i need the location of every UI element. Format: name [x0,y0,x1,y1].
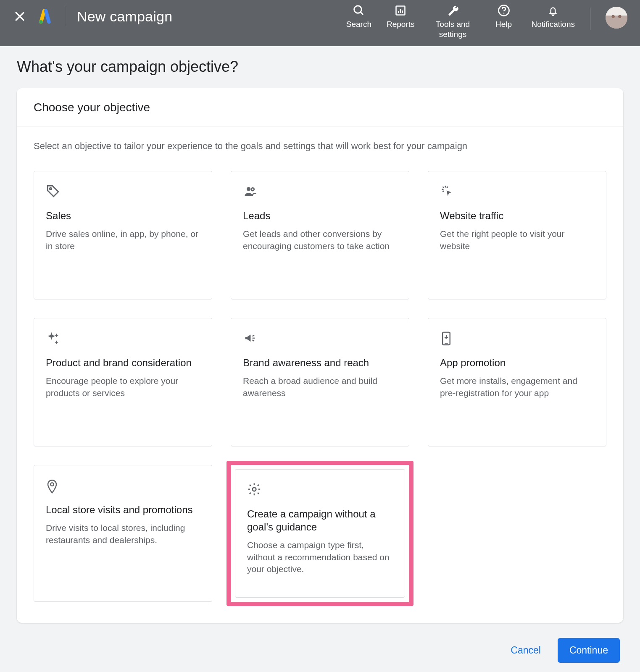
objective-brand-awareness[interactable]: Brand awareness and reach Reach a broad … [231,318,409,446]
pin-icon [46,478,200,496]
highlighted-objective: Create a campaign without a goal's guida… [227,461,413,606]
svg-point-25 [253,488,256,491]
objective-title: Website traffic [440,209,594,222]
objective-grid: Sales Drive sales online, in app, by pho… [17,156,623,623]
nav-tools[interactable]: Tools and settings [430,4,476,39]
objective-sales[interactable]: Sales Drive sales online, in app, by pho… [34,171,212,299]
gear-icon [247,482,393,500]
nav-label: Notifications [532,19,575,29]
header-right: Search Reports Tools and settings Help N… [346,0,627,39]
nav-label: Help [495,19,512,29]
svg-point-2 [39,20,43,24]
objective-title: App promotion [440,356,594,369]
svg-point-10 [503,13,504,14]
nav-notifications[interactable]: Notifications [532,4,575,29]
help-icon [498,4,510,17]
card-subtitle: Select an objective to tailor your exper… [17,126,623,156]
search-icon [353,4,365,17]
objective-title: Create a campaign without a goal's guida… [247,507,393,533]
objective-title: Local store visits and promotions [46,503,200,516]
nav-label: Tools and settings [430,19,476,39]
continue-button[interactable]: Continue [558,638,620,663]
svg-line-16 [442,186,444,188]
wrench-icon [447,4,459,17]
sparkle-icon [46,331,200,349]
footer-actions: Cancel Continue [0,623,640,672]
svg-line-20 [253,335,254,336]
objective-title: Leads [243,209,397,222]
objective-desc: Get leads and other conversions by encou… [243,228,397,252]
objective-title: Brand awareness and reach [243,356,397,369]
svg-line-4 [361,12,363,15]
objective-app-promotion[interactable]: App promotion Get more installs, engagem… [428,318,606,446]
card-title: Choose your objective [17,88,623,126]
objective-desc: Choose a campaign type first, without a … [247,539,393,575]
nav-label: Search [346,19,371,29]
bar-chart-icon [395,4,406,17]
tag-icon [46,184,200,202]
empty-cell [428,465,606,602]
divider [590,8,590,30]
app-header: New campaign Search Reports Tools and se… [0,0,640,46]
svg-line-21 [253,340,254,341]
objective-title: Sales [46,209,200,222]
objective-desc: Reach a broad audience and build awarene… [243,375,397,399]
divider [65,6,65,26]
page-title: New campaign [77,8,172,25]
people-icon [243,184,397,202]
bell-icon [547,4,559,17]
nav-label: Reports [387,19,415,29]
objective-product-consideration[interactable]: Product and brand consideration Encourag… [34,318,212,446]
nav-help[interactable]: Help [491,4,516,29]
nav-reports[interactable]: Reports [387,4,415,29]
objective-leads[interactable]: Leads Get leads and other conversions by… [231,171,409,299]
cancel-button[interactable]: Cancel [506,640,545,661]
svg-line-17 [447,186,448,188]
svg-point-24 [50,483,54,486]
objective-desc: Drive visits to local stores, including … [46,522,200,546]
click-icon [440,184,594,202]
megaphone-icon [243,331,397,349]
objective-no-goal[interactable]: Create a campaign without a goal's guida… [235,469,405,598]
close-button[interactable] [13,9,27,24]
objective-traffic[interactable]: Website traffic Get the right people to … [428,171,606,299]
objective-card: Choose your objective Select an objectiv… [17,88,623,623]
objective-desc: Drive sales online, in app, by phone, or… [46,228,200,252]
objective-desc: Encourage people to explore your product… [46,375,200,399]
objective-title: Product and brand consideration [46,356,200,369]
objective-local-store[interactable]: Local store visits and promotions Drive … [34,465,212,602]
campaign-objective-heading: What's your campaign objective? [0,46,640,84]
svg-point-11 [50,188,51,189]
svg-point-13 [251,188,254,191]
svg-point-12 [247,187,250,191]
svg-line-18 [442,191,444,192]
app-download-icon [440,331,594,349]
objective-desc: Get more installs, engagement and pre-re… [440,375,594,399]
nav-search[interactable]: Search [346,4,371,29]
header-left: New campaign [13,0,172,33]
account-avatar[interactable] [606,7,627,29]
svg-point-3 [354,6,362,13]
objective-desc: Get the right people to visit your websi… [440,228,594,252]
google-ads-logo-icon [37,8,53,24]
